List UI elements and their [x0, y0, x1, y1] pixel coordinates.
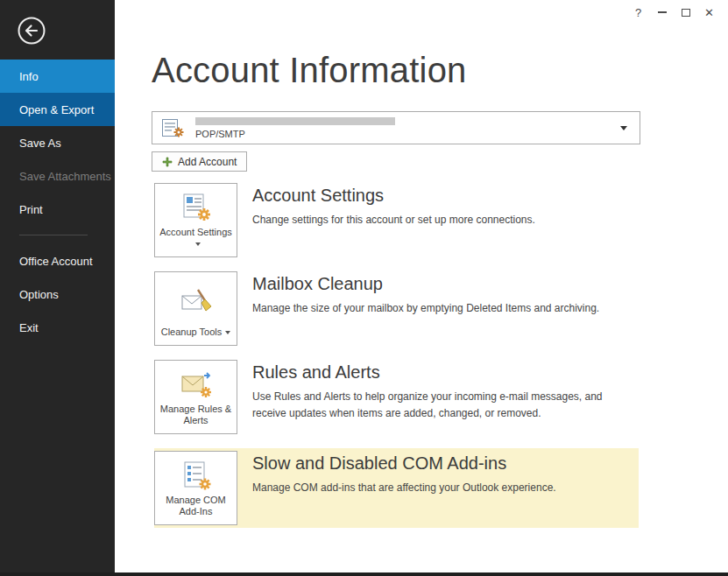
- sidebar-item-open-export[interactable]: Open & Export: [0, 93, 115, 126]
- sidebar-item-info[interactable]: Info: [0, 60, 115, 93]
- back-arrow-icon: [18, 17, 46, 45]
- add-account-label: Add Account: [178, 156, 237, 168]
- section-heading: Rules and Alerts: [252, 362, 639, 383]
- minimize-button[interactable]: [650, 4, 674, 20]
- manage-rules-alerts-button[interactable]: Manage Rules & Alerts: [154, 360, 237, 434]
- redacted-email: [195, 117, 395, 125]
- account-protocol: POP/SMTP: [195, 129, 395, 139]
- sidebar-item-exit[interactable]: Exit: [0, 311, 115, 344]
- section-heading: Account Settings: [252, 185, 535, 206]
- window-controls: ? ✕: [626, 4, 721, 20]
- plus-icon: [162, 157, 173, 167]
- account-card-icon: [161, 117, 184, 138]
- com-addins-icon: [181, 456, 211, 495]
- section-description: Use Rules and Alerts to help organize yo…: [252, 389, 639, 421]
- dropdown-arrow-icon: [620, 126, 627, 130]
- manage-com-addins-button[interactable]: Manage COM Add-Ins: [154, 451, 237, 525]
- section-account-settings: Account Settings Account Settings Change…: [154, 183, 639, 257]
- section-heading: Mailbox Cleanup: [252, 273, 599, 294]
- section-text: Slow and Disabled COM Add-ins Manage COM…: [237, 451, 556, 525]
- bottom-border-strip: [0, 572, 728, 576]
- section-com-addins: Manage COM Add-Ins Slow and Disabled COM…: [154, 448, 639, 528]
- help-button[interactable]: ?: [626, 4, 650, 20]
- section-text: Rules and Alerts Use Rules and Alerts to…: [237, 360, 639, 434]
- dropdown-caret-icon: [195, 242, 201, 246]
- account-settings-button-label: Account Settings: [157, 227, 235, 251]
- back-button[interactable]: [18, 17, 46, 45]
- account-settings-button[interactable]: Account Settings: [154, 183, 237, 257]
- page-title: Account Information: [152, 51, 728, 89]
- sections: Account Settings Account Settings Change…: [152, 183, 728, 528]
- add-account-button[interactable]: Add Account: [152, 151, 247, 172]
- cleanup-tools-icon: [180, 277, 212, 327]
- section-heading: Slow and Disabled COM Add-ins: [252, 453, 556, 474]
- sidebar-item-save-as[interactable]: Save As: [0, 126, 115, 159]
- section-description: Manage the size of your mailbox by empty…: [252, 300, 599, 317]
- dropdown-caret-icon: [225, 331, 230, 334]
- cleanup-tools-button[interactable]: Cleanup Tools: [154, 271, 237, 346]
- section-description: Manage COM add-ins that are affecting yo…: [252, 480, 556, 496]
- account-dropdown[interactable]: POP/SMTP: [152, 111, 640, 144]
- backstage-menu: Info Open & Export Save As Save Attachme…: [0, 60, 115, 344]
- account-settings-icon: [181, 188, 211, 227]
- section-mailbox-cleanup: Cleanup Tools Mailbox Cleanup Manage the…: [154, 271, 639, 346]
- maximize-button[interactable]: [674, 4, 697, 20]
- section-description: Change settings for this account or set …: [252, 212, 535, 228]
- section-text: Account Settings Change settings for thi…: [237, 183, 535, 257]
- account-summary: POP/SMTP: [195, 117, 395, 139]
- maximize-icon: [682, 9, 690, 17]
- cleanup-tools-button-label: Cleanup Tools: [161, 327, 231, 339]
- manage-rules-alerts-button-label: Manage Rules & Alerts: [157, 404, 235, 428]
- close-button[interactable]: ✕: [697, 4, 721, 20]
- backstage-sidebar: Info Open & Export Save As Save Attachme…: [0, 0, 115, 576]
- rules-alerts-icon: [180, 365, 212, 404]
- section-text: Mailbox Cleanup Manage the size of your …: [237, 271, 599, 346]
- section-rules-alerts: Manage Rules & Alerts Rules and Alerts U…: [154, 360, 639, 434]
- sidebar-item-options[interactable]: Options: [0, 277, 115, 311]
- manage-com-addins-button-label: Manage COM Add-Ins: [157, 495, 235, 519]
- sidebar-divider: [19, 235, 88, 235]
- minimize-icon: [658, 11, 667, 13]
- sidebar-item-print[interactable]: Print: [0, 193, 115, 226]
- account-information-page: ? ✕ Account Information POP/SMTP: [115, 0, 728, 572]
- sidebar-item-save-attachments: Save Attachments: [0, 159, 115, 193]
- sidebar-item-office-account[interactable]: Office Account: [0, 244, 115, 277]
